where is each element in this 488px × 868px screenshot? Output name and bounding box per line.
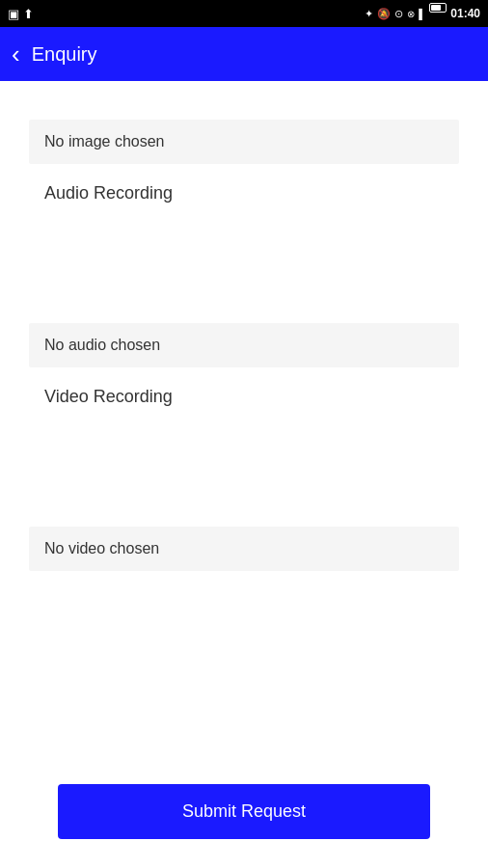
video-recording-label: Video Recording bbox=[44, 387, 173, 406]
submit-section: Submit Request bbox=[58, 784, 430, 839]
video-section: No video chosen bbox=[0, 527, 488, 571]
signal-icon: ▌ bbox=[419, 9, 425, 19]
image-section: No image chosen Audio Recording bbox=[0, 120, 488, 219]
audio-recording-label: Audio Recording bbox=[44, 183, 173, 203]
image-status-box: No image chosen bbox=[29, 120, 459, 164]
upload-icon: ⬆ bbox=[23, 7, 34, 21]
audio-status-box: No audio chosen bbox=[29, 323, 459, 367]
status-time: 01:40 bbox=[450, 7, 480, 20]
app-bar-title: Enquiry bbox=[32, 43, 97, 66]
status-bar: ▣ ⬆ ✦ 🔕 ⊙ ⊗ ▌ 01:40 bbox=[0, 0, 488, 27]
status-bar-left: ▣ ⬆ bbox=[8, 7, 34, 21]
audio-section: No audio chosen Video Recording bbox=[0, 323, 488, 422]
bluetooth-icon: ✦ bbox=[365, 8, 373, 20]
app-bar: ‹ Enquiry bbox=[0, 27, 488, 81]
back-arrow-icon: ‹ bbox=[12, 40, 20, 69]
sim-error-icon: ⊗ bbox=[407, 9, 415, 19]
submit-request-button[interactable]: Submit Request bbox=[58, 784, 430, 839]
audio-status-text: No audio chosen bbox=[44, 337, 160, 353]
status-bar-right: ✦ 🔕 ⊙ ⊗ ▌ 01:40 bbox=[365, 3, 480, 24]
main-content: No image chosen Audio Recording No audio… bbox=[0, 81, 488, 868]
screen-icon: ▣ bbox=[8, 7, 19, 21]
image-status-text: No image chosen bbox=[44, 133, 165, 149]
wifi-icon: ⊙ bbox=[394, 8, 403, 20]
notification-mute-icon: 🔕 bbox=[377, 8, 391, 20]
video-status-box: No video chosen bbox=[29, 527, 459, 571]
back-button[interactable]: ‹ bbox=[12, 40, 20, 69]
audio-recording-button[interactable]: Audio Recording bbox=[29, 168, 459, 219]
battery-icon bbox=[429, 3, 447, 24]
video-status-text: No video chosen bbox=[44, 540, 159, 556]
video-recording-button[interactable]: Video Recording bbox=[29, 371, 459, 422]
